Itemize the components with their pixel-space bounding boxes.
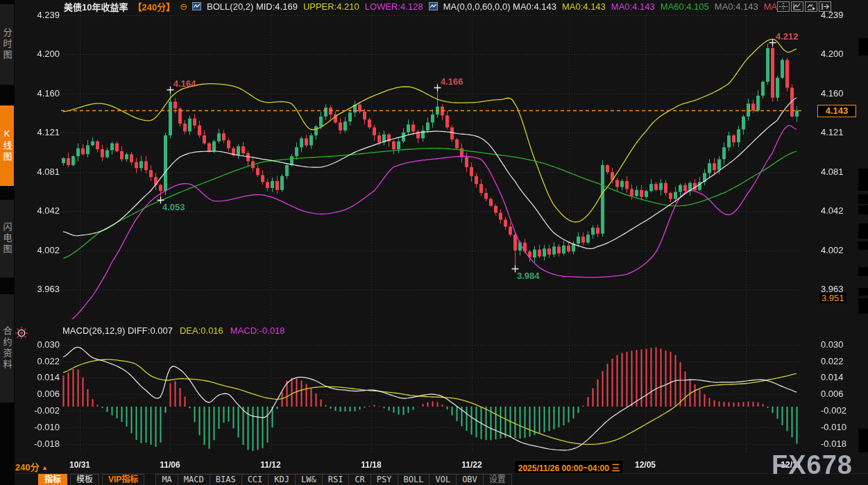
macd-axis-tick-right: 0.014 (821, 372, 853, 382)
macd-axis-tick-left: -0.010 (28, 422, 60, 432)
macd-legend-segment: MACD(26,12,9) DIFF:0.007 (62, 325, 173, 336)
date-label: 10/31 (69, 460, 90, 470)
toolbar-settings[interactable]: 设置 (484, 474, 512, 485)
pan-crosshair-icon[interactable] (777, 1, 790, 12)
legend-segment: MA(0,0,0,60,0,0) MA0:4.143 (443, 1, 556, 12)
sidebar-tab-4[interactable]: 合约资料 (0, 294, 14, 404)
toolbar-indicator-obv[interactable]: OBV (457, 474, 484, 485)
macd-legend-segment: MACD:-0.018 (230, 325, 285, 336)
date-label: 11/12 (260, 460, 280, 470)
macd-axis-tick-right: 0.022 (821, 356, 853, 366)
main-axis-tick-right: 4.081 (821, 167, 853, 177)
legend-segment: LOWER:4.128 (365, 1, 423, 12)
macd-axis-tick-right: -0.002 (821, 405, 853, 416)
legend-segment: BOLL(20,2) MID:4.169 (207, 1, 298, 12)
main-axis-tick-left: 4.200 (28, 49, 60, 59)
legend-segment: MA0:4.143 (611, 1, 655, 12)
date-label: 12/05 (635, 460, 656, 470)
high-price-label: 4.164 (173, 78, 196, 89)
main-axis-tick-right: 4.200 (821, 49, 853, 59)
legend-segment: MA0:4.143 (562, 1, 606, 12)
date-label: 11/18 (361, 460, 381, 470)
toolbar-indicator-bias[interactable]: BIAS (210, 474, 242, 485)
date-label: 11/06 (160, 460, 180, 470)
main-axis-tick-left: 4.121 (28, 127, 60, 137)
toolbar-indicator-lw&[interactable]: LW& (296, 474, 323, 485)
zoom-out-icon[interactable]: ⊖ (180, 2, 187, 11)
macd-legend-segment: DEA:0.016 (180, 325, 223, 336)
legend-segment: MA (764, 1, 778, 12)
chart-mini-icon (429, 2, 438, 10)
legend-segment: MA60:4.105 (661, 1, 709, 12)
date-highlight: 2025/11/26 00:00~04:00 三 (514, 460, 624, 475)
main-axis-tick-right: 4.042 (821, 205, 853, 216)
high-price-label: 4.166 (441, 76, 463, 87)
legend-segment: MA0:4.143 (715, 1, 758, 12)
toolbar-indicator-cci[interactable]: CCI (242, 474, 269, 485)
macd-axis-tick-right: 0.006 (821, 389, 853, 399)
macd-axis-tick-right: -0.018 (821, 439, 853, 449)
sidebar-tab-3[interactable]: 闪电图 (0, 200, 14, 279)
range-low-badge: 3.951 (819, 293, 846, 303)
trading-app: 分时图K线图闪电图合约资料 美债10年收益率 【240分】 ⊖ BOLL(20,… (0, 0, 868, 485)
macd-axis-tick-left: -0.018 (28, 439, 60, 449)
macd-axis-tick-left: 0.014 (28, 372, 60, 382)
sidebar: 分时图K线图闪电图合约资料 (0, 0, 15, 485)
bottom-toolbar: 指标模板VIP指标MAMACDBIASCCIKDJLW&RSICRPSYBOLL… (15, 473, 868, 485)
sidebar-tab-1[interactable]: 分时图 (0, 4, 14, 86)
last-price-badge: 4.143 (817, 105, 856, 117)
main-axis-tick-left: 4.002 (28, 245, 60, 255)
chart-window-icon[interactable] (791, 1, 803, 12)
low-price-label: 4.053 (162, 202, 185, 212)
toolbar-tab-1[interactable]: 指标 (38, 474, 67, 485)
alert-sunburst-icon[interactable] (15, 326, 28, 343)
exit-icon[interactable] (819, 1, 831, 12)
main-axis-tick-left: 4.081 (28, 167, 60, 177)
chart-mini-icon (192, 2, 201, 10)
toolbar-indicator-vol[interactable]: VOL (429, 474, 457, 485)
macd-header: MACD(26,12,9) DIFF:0.007DEA:0.016MACD:-0… (62, 325, 285, 336)
toolbar-indicator-kdj[interactable]: KDJ (269, 474, 296, 485)
toolbar-tab-2[interactable]: 模板 (70, 474, 99, 485)
high-price-label: 4.212 (776, 31, 799, 42)
chart-canvas[interactable] (0, 0, 868, 485)
main-axis-tick-right: 4.121 (821, 127, 853, 137)
macd-axis-tick-left: 0.030 (28, 339, 60, 350)
watermark: FX678 (772, 450, 853, 480)
main-axis-tick-left: 3.963 (28, 284, 60, 294)
toolbar-indicator-ma[interactable]: MA (155, 474, 178, 485)
macd-axis-tick-left: 0.006 (28, 389, 60, 399)
period-selector[interactable]: 240分 ▲ (15, 460, 48, 473)
macd-axis-tick-left: -0.002 (28, 405, 60, 416)
dropdown-triangle-icon: ▲ (42, 464, 48, 471)
toolbar-tab-3[interactable]: VIP指标 (102, 474, 144, 485)
toolbar-indicator-psy[interactable]: PSY (371, 474, 398, 485)
right-edge-strip (858, 0, 868, 458)
sidebar-tab-2[interactable]: K线图 (0, 105, 14, 187)
date-label: 11/22 (461, 460, 482, 470)
indicator-legend: BOLL(20,2) MID:4.169UPPER:4.210LOWER:4.1… (192, 1, 777, 12)
legend-segment: UPPER:4.210 (303, 1, 359, 12)
main-axis-tick-right: 4.160 (821, 88, 853, 99)
window-icons (777, 1, 831, 12)
main-axis-tick-left: 4.239 (28, 10, 60, 20)
chart-play-icon[interactable] (805, 1, 817, 12)
main-axis-tick-left: 4.160 (28, 88, 60, 99)
toolbar-indicator-cr[interactable]: CR (349, 474, 371, 485)
toolbar-indicator-rsi[interactable]: RSI (323, 474, 350, 485)
chart-header: 美债10年收益率 【240分】 ⊖ BOLL(20,2) MID:4.169UP… (64, 1, 777, 12)
main-axis-tick-left: 4.042 (28, 205, 60, 216)
page-title: 美债10年收益率 (64, 0, 128, 13)
low-price-label: 3.984 (517, 271, 540, 281)
macd-axis-tick-left: 0.022 (28, 356, 60, 366)
period-badge[interactable]: 【240分】 (133, 0, 175, 13)
macd-axis-tick-right: 0.030 (821, 339, 853, 350)
toolbar-indicator-macd[interactable]: MACD (178, 474, 210, 485)
xaxis-row: 240分 ▲ 10/3111/0611/1211/1811/222025/11/… (0, 459, 868, 473)
toolbar-indicator-boll[interactable]: BOLL (398, 474, 430, 485)
macd-axis-tick-right: -0.010 (821, 422, 853, 432)
main-axis-tick-right: 4.002 (821, 245, 853, 255)
